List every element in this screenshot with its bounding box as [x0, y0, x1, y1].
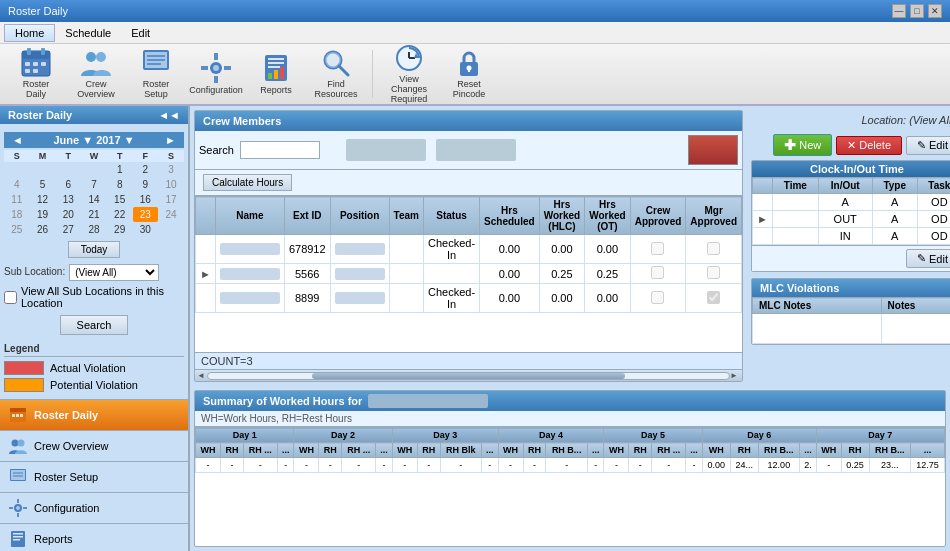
- cal-cell[interactable]: 30: [133, 222, 159, 237]
- cal-cell[interactable]: 26: [30, 222, 56, 237]
- clock-inout: IN: [818, 228, 872, 245]
- cal-cell[interactable]: 4: [4, 177, 30, 192]
- cal-cell[interactable]: 5: [30, 177, 56, 192]
- cal-cell[interactable]: 19: [30, 207, 56, 222]
- table-row[interactable]: 8899 Checked-In 0.00 0.00 0.00: [196, 284, 742, 313]
- nav-crew-overview[interactable]: Crew Overview: [0, 430, 188, 461]
- menu-schedule[interactable]: Schedule: [55, 25, 121, 41]
- clock-row[interactable]: IN A OD: [753, 228, 951, 245]
- table-row[interactable]: ► 5566 0.00 0.25 0.25: [196, 264, 742, 284]
- cal-cell[interactable]: [158, 222, 184, 237]
- view-all-checkbox[interactable]: [4, 291, 17, 304]
- minimize-btn[interactable]: —: [892, 4, 906, 18]
- col-hrs-ot: HrsWorked(OT): [585, 197, 631, 235]
- nav-setup-label: Roster Setup: [34, 471, 98, 483]
- cal-cell[interactable]: 10: [158, 177, 184, 192]
- cal-cell[interactable]: 28: [81, 222, 107, 237]
- cal-cell[interactable]: 23: [133, 207, 159, 222]
- edit-button-top[interactable]: ✎ Edit: [906, 136, 950, 155]
- toolbar-configuration[interactable]: Configuration: [188, 48, 244, 100]
- col-hrs-sched: HrsScheduled: [480, 197, 540, 235]
- calculate-hours-btn[interactable]: Calculate Hours: [203, 174, 292, 191]
- svg-point-10: [96, 52, 106, 62]
- clock-row[interactable]: ► OUT A OD: [753, 211, 951, 228]
- delete-button[interactable]: ✕ Delete: [836, 136, 902, 155]
- cal-cell[interactable]: 24: [158, 207, 184, 222]
- cal-cell[interactable]: 3: [158, 162, 184, 177]
- svg-rect-21: [224, 66, 231, 70]
- menu-edit[interactable]: Edit: [121, 25, 160, 41]
- clock-time: [772, 228, 818, 245]
- nav-roster-setup[interactable]: Roster Setup: [0, 461, 188, 492]
- toolbar-roster-setup[interactable]: RosterSetup: [128, 48, 184, 100]
- nav-reports[interactable]: Reports: [0, 523, 188, 551]
- scroll-left-arrow[interactable]: ◄: [197, 371, 207, 380]
- clock-row[interactable]: A A OD: [753, 194, 951, 211]
- cal-cell[interactable]: 1: [107, 162, 133, 177]
- cal-cell[interactable]: [4, 162, 30, 177]
- maximize-btn[interactable]: □: [910, 4, 924, 18]
- row-position: [330, 235, 389, 264]
- nav-configuration[interactable]: Configuration: [0, 492, 188, 523]
- menu-home[interactable]: Home: [4, 24, 55, 42]
- cal-cell[interactable]: 25: [4, 222, 30, 237]
- svg-rect-58: [13, 539, 20, 541]
- cal-cell[interactable]: 15: [107, 192, 133, 207]
- summary-row[interactable]: - - - - - - - - - - - -: [196, 458, 945, 473]
- cal-cell[interactable]: [55, 162, 81, 177]
- cal-cell[interactable]: [30, 162, 56, 177]
- toolbar-reports[interactable]: Reports: [248, 48, 304, 100]
- crew-search-input[interactable]: [240, 141, 320, 159]
- cal-cell[interactable]: 14: [81, 192, 107, 207]
- cal-cell[interactable]: 20: [55, 207, 81, 222]
- toolbar-reset-pincode[interactable]: ResetPincode: [441, 48, 497, 100]
- toolbar-roster-daily[interactable]: RosterDaily: [8, 48, 64, 100]
- toolbar-crew-overview[interactable]: Crew Overview: [68, 48, 124, 100]
- new-button[interactable]: ✚ New: [773, 134, 832, 156]
- cal-cell[interactable]: 12: [30, 192, 56, 207]
- row-status: [424, 264, 480, 284]
- scroll-track[interactable]: [207, 372, 730, 380]
- cal-cell[interactable]: 16: [133, 192, 159, 207]
- row-extid: 8899: [284, 284, 330, 313]
- cal-cell[interactable]: 17: [158, 192, 184, 207]
- sidebar-content: ◄ June ▼ 2017 ▼ ► S M T W T F S: [0, 124, 188, 399]
- svg-rect-46: [11, 470, 25, 480]
- sidebar-collapse-icon[interactable]: ◄◄: [158, 109, 180, 121]
- cal-cell[interactable]: 22: [107, 207, 133, 222]
- window-controls[interactable]: — □ ✕: [892, 4, 942, 18]
- cal-cell[interactable]: 18: [4, 207, 30, 222]
- cal-cell[interactable]: 29: [107, 222, 133, 237]
- cal-next-btn[interactable]: ►: [161, 134, 180, 146]
- s-d4-wh: -: [498, 458, 523, 473]
- today-button[interactable]: Today: [68, 241, 121, 258]
- toolbar-find-resources[interactable]: Find Resources: [308, 48, 364, 100]
- svg-point-17: [213, 65, 219, 71]
- scroll-right-arrow[interactable]: ►: [730, 371, 740, 380]
- clock-time: [772, 194, 818, 211]
- cal-cell[interactable]: 9: [133, 177, 159, 192]
- cal-cell[interactable]: 7: [81, 177, 107, 192]
- close-btn[interactable]: ✕: [928, 4, 942, 18]
- cal-cell[interactable]: 2: [133, 162, 159, 177]
- cal-cell[interactable]: 8: [107, 177, 133, 192]
- cal-cell[interactable]: 21: [81, 207, 107, 222]
- subloc-select[interactable]: (View All): [69, 264, 159, 281]
- cal-cell[interactable]: 27: [55, 222, 81, 237]
- table-row[interactable]: 678912 Checked-In 0.00 0.00 0.00: [196, 235, 742, 264]
- s-d6-dot: 2.: [800, 458, 817, 473]
- toolbar-view-changes[interactable]: View ChangesRequired: [381, 48, 437, 100]
- cal-cell[interactable]: 13: [55, 192, 81, 207]
- cal-cell[interactable]: 6: [55, 177, 81, 192]
- scrollbar[interactable]: ◄ ►: [195, 369, 742, 381]
- find-label: Find Resources: [311, 80, 361, 100]
- svg-point-50: [16, 506, 20, 510]
- cal-prev-btn[interactable]: ◄: [8, 134, 27, 146]
- clock-edit-btn[interactable]: ✎ Edit: [906, 249, 950, 268]
- cal-cell[interactable]: 11: [4, 192, 30, 207]
- s-d7-rhb: 23...: [869, 458, 911, 473]
- nav-roster-daily[interactable]: Roster Daily: [0, 399, 188, 430]
- cal-cell[interactable]: [81, 162, 107, 177]
- clock-arrow: ►: [753, 211, 773, 228]
- search-button[interactable]: Search: [60, 315, 129, 335]
